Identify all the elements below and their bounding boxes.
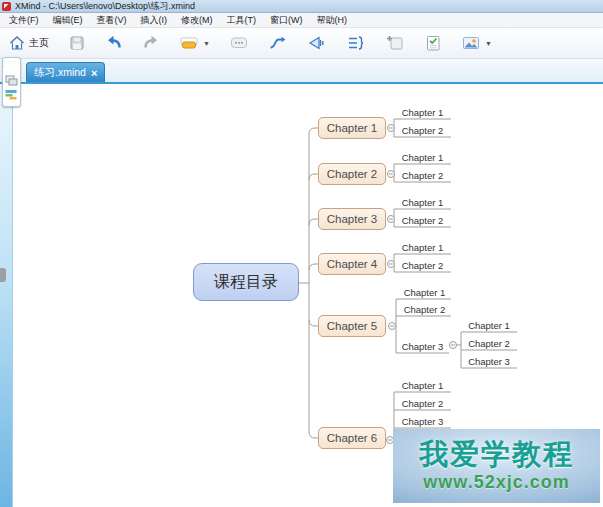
root-topic[interactable]: 课程目录: [193, 263, 299, 301]
relationship-button[interactable]: [266, 31, 290, 55]
panel-collapse-handle[interactable]: [0, 268, 6, 282]
watermark-brand-text: 我爱学教程: [419, 438, 574, 470]
topic-chapter-6[interactable]: Chapter 6: [318, 427, 386, 449]
undo-button[interactable]: [103, 31, 125, 55]
subtopic-label[interactable]: Chapter 1: [394, 152, 451, 164]
tab-close-icon[interactable]: ×: [91, 68, 97, 78]
summary-icon: [346, 34, 366, 52]
home-label: 主页: [29, 36, 49, 50]
comment-icon: [229, 34, 249, 52]
menu-window[interactable]: 窗口(W): [263, 13, 310, 27]
image-dropdown-icon[interactable]: ▼: [485, 40, 492, 47]
subtopic-label[interactable]: Chapter 2: [394, 170, 451, 182]
topic-chapter-1[interactable]: Chapter 1: [318, 117, 386, 139]
subtopic-label[interactable]: Chapter 3: [396, 341, 449, 353]
menu-modify[interactable]: 修改(M): [174, 13, 220, 27]
topic-chapter-5[interactable]: Chapter 5: [318, 315, 386, 337]
menu-file[interactable]: 文件(F): [2, 13, 46, 27]
relationship-icon: [268, 34, 288, 52]
task-button[interactable]: [422, 31, 444, 55]
topic-chapter-4[interactable]: Chapter 4: [318, 253, 386, 275]
comment-button[interactable]: [227, 31, 251, 55]
image-icon: [461, 34, 481, 52]
subtopic-label[interactable]: Chapter 3: [394, 416, 451, 428]
subtopic-label[interactable]: Chapter 1: [394, 107, 451, 119]
watermark-overlay: 我爱学教程 www.52xjc.com: [393, 429, 600, 503]
menu-view[interactable]: 查看(V): [90, 13, 134, 27]
callout-icon: [307, 34, 327, 52]
menu-help[interactable]: 帮助(H): [310, 13, 355, 27]
window-title: XMind - C:\Users\lenovo\Desktop\练习.xmind: [15, 0, 195, 13]
main-toolbar: 主页 ▼: [0, 28, 603, 59]
tab-document[interactable]: 练习.xmind ×: [26, 62, 105, 82]
subtopic-label[interactable]: Chapter 2: [394, 398, 451, 410]
redo-icon: [142, 34, 160, 52]
topic-chapter-2[interactable]: Chapter 2: [318, 163, 386, 185]
subtopic-label[interactable]: Chapter 1: [394, 380, 451, 392]
menu-bar: 文件(F) 编辑(E) 查看(V) 插入(I) 修改(M) 工具(T) 窗口(W…: [0, 13, 603, 28]
subtopic-label[interactable]: Chapter 1: [396, 287, 453, 299]
topic-chapter-3[interactable]: Chapter 3: [318, 208, 386, 230]
subtopic-label[interactable]: Chapter 3: [461, 356, 517, 368]
menu-insert[interactable]: 插入(I): [134, 13, 175, 27]
home-button[interactable]: 主页: [6, 31, 51, 55]
floating-view-toolbar: · · · ·: [2, 57, 21, 107]
subtopic-label[interactable]: Chapter 1: [394, 242, 451, 254]
subtopic-label[interactable]: Chapter 1: [394, 197, 451, 209]
save-icon: [68, 34, 86, 52]
new-topic-button[interactable]: ▼: [177, 31, 212, 55]
new-sheet-icon: [385, 34, 405, 52]
outline-view-icon[interactable]: [5, 86, 18, 97]
undo-icon: [105, 34, 123, 52]
tab-label: 练习.xmind: [34, 66, 86, 80]
xmind-window: XMind - C:\Users\lenovo\Desktop\练习.xmind…: [0, 0, 603, 507]
title-bar: XMind - C:\Users\lenovo\Desktop\练习.xmind: [0, 0, 603, 13]
menu-edit[interactable]: 编辑(E): [46, 13, 90, 27]
subtopic-label[interactable]: Chapter 2: [394, 215, 451, 227]
new-sheet-button[interactable]: [383, 31, 407, 55]
left-panel-strip: [0, 84, 13, 507]
watermark-url-text: www.52xjc.com: [423, 470, 569, 494]
subtopic-label[interactable]: Chapter 2: [396, 304, 453, 316]
subtopic-label[interactable]: Chapter 1: [461, 320, 517, 332]
home-icon: [8, 34, 26, 52]
subtopic-label[interactable]: Chapter 2: [461, 338, 517, 350]
properties-panel-icon[interactable]: [5, 72, 18, 83]
tab-bar: 练习.xmind ×: [0, 59, 603, 84]
task-icon: [424, 34, 442, 52]
new-topic-dropdown-icon[interactable]: ▼: [203, 40, 210, 47]
xmind-logo-icon: [2, 2, 11, 11]
subtopic-label[interactable]: Chapter 2: [394, 260, 451, 272]
save-button[interactable]: [66, 31, 88, 55]
callout-button[interactable]: [305, 31, 329, 55]
new-topic-icon: [179, 34, 199, 52]
toolbar-drag-handle[interactable]: · · · ·: [3, 59, 20, 69]
redo-button[interactable]: [140, 31, 162, 55]
summary-button[interactable]: [344, 31, 368, 55]
image-button[interactable]: ▼: [459, 31, 494, 55]
menu-tools[interactable]: 工具(T): [220, 13, 264, 27]
subtopic-label[interactable]: Chapter 2: [394, 125, 451, 137]
